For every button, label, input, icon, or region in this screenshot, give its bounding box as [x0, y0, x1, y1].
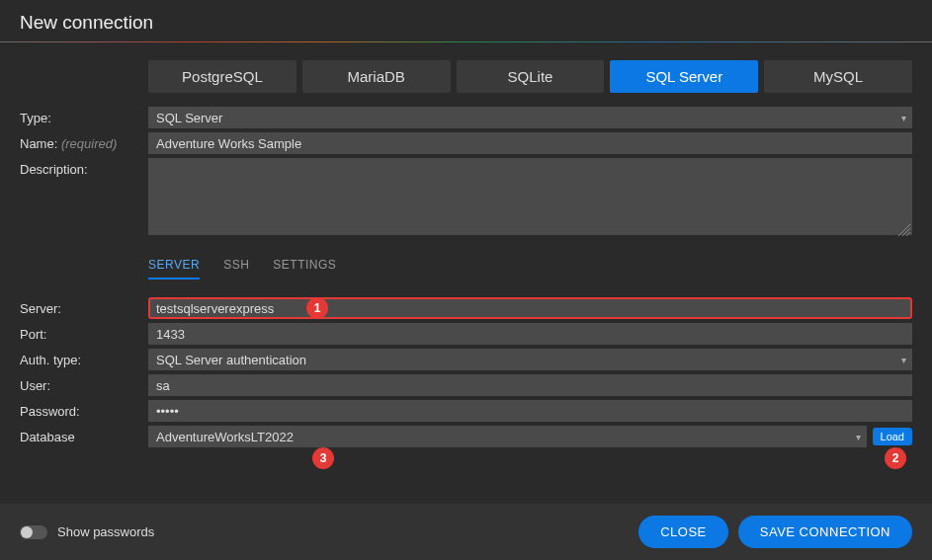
- dialog-footer: Show passwords CLOSE SAVE CONNECTION: [0, 504, 932, 560]
- server-label: Server:: [20, 297, 148, 316]
- user-label: User:: [20, 374, 148, 393]
- description-textarea[interactable]: [148, 158, 912, 235]
- password-input[interactable]: [148, 400, 912, 422]
- type-select[interactable]: SQL Server: [148, 107, 912, 128]
- tab-mysql[interactable]: MySQL: [764, 60, 912, 93]
- dialog-title: New connection: [0, 0, 932, 41]
- connection-sub-tabs: SERVER SSH SETTINGS: [148, 258, 912, 280]
- show-passwords-toggle[interactable]: [20, 525, 47, 539]
- tab-sqlite[interactable]: SQLite: [457, 60, 605, 93]
- subtab-settings[interactable]: SETTINGS: [273, 258, 336, 280]
- database-label: Database: [20, 426, 148, 444]
- authtype-value: SQL Server authentication: [156, 353, 306, 367]
- load-button[interactable]: Load: [873, 428, 912, 445]
- tab-sqlserver[interactable]: SQL Server: [610, 60, 758, 93]
- tab-mariadb[interactable]: MariaDB: [302, 60, 451, 93]
- database-value: AdventureWorksLT2022: [156, 430, 294, 444]
- divider-rainbow: [0, 41, 932, 42]
- name-hint: (required): [61, 136, 117, 151]
- tab-postgresql[interactable]: PostgreSQL: [148, 60, 297, 93]
- save-connection-button[interactable]: SAVE CONNECTION: [738, 516, 912, 548]
- user-input[interactable]: [148, 374, 912, 396]
- description-label: Description:: [20, 158, 148, 177]
- name-label: Name: (required): [20, 132, 148, 151]
- authtype-label: Auth. type:: [20, 349, 148, 367]
- port-label: Port:: [20, 323, 148, 342]
- callout-badge-2: 2: [885, 447, 906, 469]
- password-label: Password:: [20, 400, 148, 419]
- subtab-server[interactable]: SERVER: [148, 258, 200, 280]
- callout-badge-1: 1: [306, 297, 328, 319]
- close-button[interactable]: CLOSE: [638, 516, 728, 548]
- server-input[interactable]: [148, 297, 912, 319]
- database-select[interactable]: AdventureWorksLT2022: [148, 426, 867, 447]
- database-type-tabs: PostgreSQL MariaDB SQLite SQL Server MyS…: [148, 60, 912, 93]
- show-passwords-label: Show passwords: [57, 524, 154, 539]
- authtype-select[interactable]: SQL Server authentication: [148, 349, 912, 370]
- type-value: SQL Server: [156, 111, 222, 125]
- subtab-ssh[interactable]: SSH: [223, 258, 249, 280]
- type-label: Type:: [20, 107, 148, 125]
- callout-badge-3: 3: [312, 447, 334, 469]
- name-input[interactable]: [148, 132, 912, 154]
- port-input[interactable]: [148, 323, 912, 345]
